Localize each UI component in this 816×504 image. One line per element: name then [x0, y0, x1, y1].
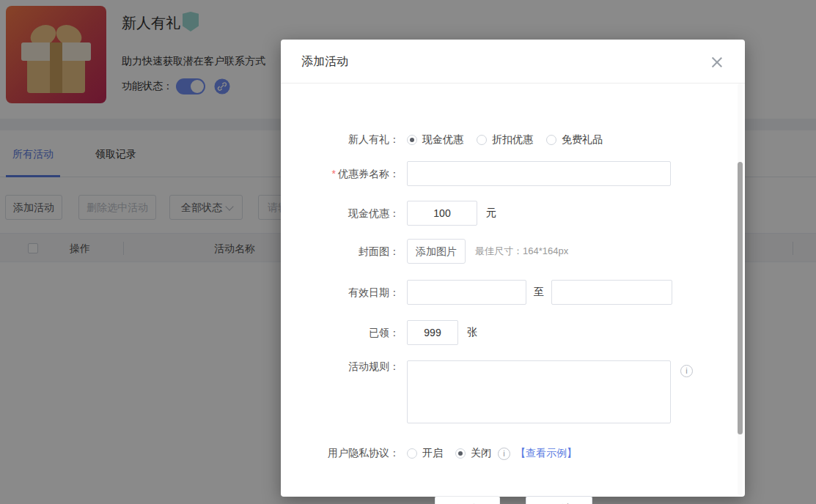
radio-icon[interactable]: [477, 135, 487, 145]
rules-label: 活动规则：: [281, 360, 400, 423]
radio-label[interactable]: 关闭: [471, 447, 491, 460]
radio-icon[interactable]: [546, 135, 556, 145]
end-date-input[interactable]: [551, 280, 672, 305]
privacy-label: 用户隐私协议：: [281, 447, 400, 460]
gift-type-row: 新人有礼： 现金优惠 折扣优惠 免费礼品: [281, 132, 728, 148]
rules-textarea[interactable]: [407, 360, 671, 423]
gift-type-label: 新人有礼：: [281, 133, 400, 147]
page: 新人有礼 助力快速获取潜在客户联系方式 功能状态： 所有活动 领取记录 添加活动…: [0, 0, 816, 504]
radio-label[interactable]: 开启: [422, 447, 443, 460]
radio-icon[interactable]: [455, 448, 466, 459]
modal-scrollbar-track[interactable]: [738, 84, 743, 495]
modal-scrollbar-thumb[interactable]: [738, 162, 743, 434]
radio-privacy-on[interactable]: 开启: [407, 447, 443, 460]
required-asterisk: *: [332, 168, 336, 179]
add-image-button[interactable]: 添加图片: [407, 239, 466, 264]
claimed-input[interactable]: [407, 320, 458, 345]
radio-icon[interactable]: [407, 448, 417, 459]
claimed-unit: 张: [467, 326, 477, 339]
view-example-link[interactable]: 【查看示例】: [515, 447, 577, 460]
coupon-name-label: *优惠券名称：: [281, 161, 400, 186]
start-date-input[interactable]: [407, 280, 526, 305]
valid-date-label: 有效日期：: [281, 280, 400, 305]
modal-body: 新人有礼： 现金优惠 折扣优惠 免费礼品: [281, 84, 745, 497]
cash-value-label: 现金优惠：: [281, 201, 400, 226]
radio-label[interactable]: 免费礼品: [562, 133, 603, 147]
modal-footer: 保存 取消: [281, 496, 745, 504]
cover-size-hint: 最佳尺寸：164*164px: [475, 245, 568, 258]
claimed-row: 已领： 张: [281, 320, 728, 345]
cover-image-label: 封面图：: [281, 239, 400, 264]
save-button[interactable]: 保存: [435, 496, 500, 504]
cover-image-row: 封面图： 添加图片 最佳尺寸：164*164px: [281, 239, 728, 264]
claimed-label: 已领：: [281, 320, 400, 345]
modal-header: 添加活动: [281, 40, 745, 84]
add-activity-modal: 添加活动 新人有礼： 现金优惠 折扣优惠 免费礼品: [281, 40, 745, 497]
rules-row: 活动规则：: [281, 360, 728, 423]
modal-title: 添加活动: [301, 40, 348, 84]
cash-value-row: 现金优惠： 元: [281, 201, 728, 226]
radio-label[interactable]: 现金优惠: [422, 133, 463, 147]
info-icon[interactable]: [498, 448, 510, 460]
radio-privacy-off[interactable]: 关闭: [455, 447, 491, 460]
privacy-row: 用户隐私协议： 开启 关闭 【查看示例】: [281, 445, 728, 462]
radio-percent-discount[interactable]: 折扣优惠: [477, 133, 533, 147]
cash-value-input[interactable]: [407, 201, 477, 226]
radio-label[interactable]: 折扣优惠: [492, 133, 533, 147]
cash-unit: 元: [486, 207, 496, 220]
radio-icon[interactable]: [407, 135, 417, 145]
info-icon[interactable]: [680, 365, 693, 377]
close-icon[interactable]: [711, 56, 723, 68]
radio-free-gift[interactable]: 免费礼品: [546, 133, 603, 147]
coupon-name-row: *优惠券名称：: [281, 161, 728, 186]
cancel-button[interactable]: 取消: [526, 496, 592, 504]
date-separator: 至: [534, 286, 544, 299]
radio-cash-discount[interactable]: 现金优惠: [407, 133, 463, 147]
coupon-name-input[interactable]: [407, 161, 671, 186]
valid-date-row: 有效日期： 至: [281, 280, 728, 305]
